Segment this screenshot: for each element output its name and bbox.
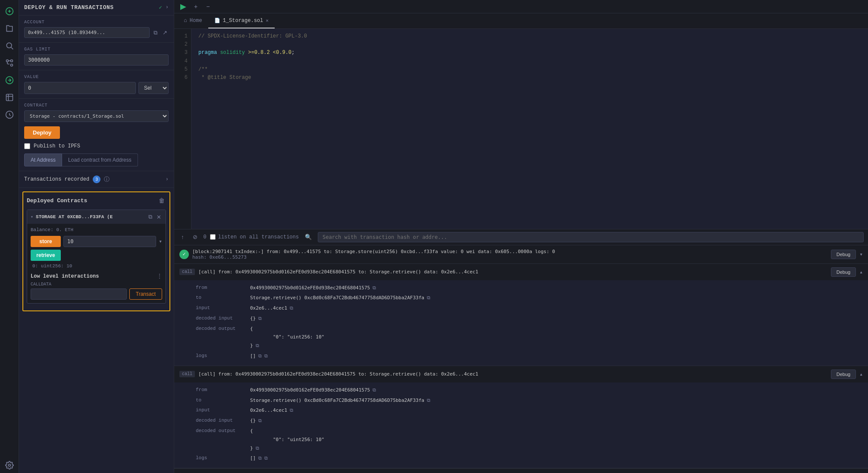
close-contract-button[interactable]: ✕ xyxy=(156,213,162,221)
at-address-button[interactable]: At Address xyxy=(24,153,62,166)
chevron-right-icon[interactable]: › xyxy=(166,4,169,11)
file-icon: 📄 xyxy=(214,18,220,23)
copy-contract-button[interactable]: ⧉ xyxy=(147,213,153,221)
instance-chevron-icon[interactable]: ▾ xyxy=(31,214,33,219)
decoded-output-key: decoded output xyxy=(196,325,243,350)
transactions-count-badge: 3 xyxy=(93,175,100,183)
copy-logs4-icon[interactable]: ⧉ xyxy=(264,455,268,461)
sidebar-header: DEPLOY & RUN TRANSACTIONS ✓ › xyxy=(19,0,174,16)
to-val-2: Storage.retrieve() 0xcBd0c68Fa7C2Bdb4674… xyxy=(250,396,430,405)
deploy-button[interactable]: Deploy xyxy=(24,126,60,139)
scroll-up-button[interactable]: ↑ xyxy=(179,233,187,241)
tx-retrieve1-expand-icon[interactable]: ▴ xyxy=(859,269,863,276)
console-search-input[interactable] xyxy=(318,232,864,242)
sidebar-panel: DEPLOY & RUN TRANSACTIONS ✓ › ACCOUNT ⧉ … xyxy=(19,0,174,473)
tx-store-main: [block:2907141 txIndex:-] from: 0x499...… xyxy=(192,249,827,254)
value-unit-select[interactable]: Sel Wei Gwei Ether xyxy=(138,82,169,94)
retrieve-function-button[interactable]: retrieve xyxy=(31,250,61,261)
low-level-interactions: Low level interactions ⋮ CALLDATA Transa… xyxy=(31,273,162,300)
tx-entry-retrieve1: call [call] from: 0x49930002975b0d0162eF… xyxy=(174,264,868,366)
decoded-input-val-2: {}⧉ xyxy=(250,417,262,425)
delete-deployed-button[interactable]: 🗑 xyxy=(157,196,166,205)
sidebar-title: DEPLOY & RUN TRANSACTIONS xyxy=(24,4,114,11)
copy-decoded-input-icon[interactable]: ⧉ xyxy=(258,316,262,321)
publish-ipfs-checkbox[interactable] xyxy=(24,143,30,149)
input-row-2: input 0x2e6...4cec1⧉ xyxy=(196,406,861,415)
debug-retrieve2-button[interactable]: Debug xyxy=(831,370,856,379)
store-function-button[interactable]: store xyxy=(31,236,61,247)
tx-success-icon: ✓ xyxy=(179,250,189,259)
tx-retrieve2-text: [call] from: 0x49930002975b0d0162eFE0d93… xyxy=(198,371,827,377)
copy-input2-icon[interactable]: ⧉ xyxy=(290,407,293,413)
external-link-button[interactable]: ↗ xyxy=(161,28,169,37)
tx-retrieve1-details: from 0x49930002975b0d0162eFE0d938ec204E6… xyxy=(174,280,868,366)
low-level-header: Low level interactions ⋮ xyxy=(31,273,162,279)
transactions-recorded-label: Transactions recorded xyxy=(24,176,89,182)
copy-logs2-icon[interactable]: ⧉ xyxy=(264,353,268,359)
zoom-out-button[interactable]: − xyxy=(204,2,212,11)
account-label: ACCOUNT xyxy=(24,20,169,25)
account-row: ⧉ ↗ xyxy=(24,27,169,38)
clear-console-button[interactable]: ⊘ xyxy=(190,233,200,241)
svg-point-3 xyxy=(10,64,13,66)
copy-to-icon[interactable]: ⧉ xyxy=(427,295,430,301)
from-val-2: 0x49930002975b0d0162eFE0d938ec204E680415… xyxy=(250,386,376,395)
copy-input-icon[interactable]: ⧉ xyxy=(290,305,293,311)
search-icon[interactable] xyxy=(2,38,17,53)
gas-input[interactable] xyxy=(24,54,169,66)
tx-store-expand-icon[interactable]: ▾ xyxy=(859,251,863,258)
copy-from-icon[interactable]: ⧉ xyxy=(373,285,376,291)
copy-decoded-output-icon[interactable]: ⧉ xyxy=(256,343,259,348)
debug-retrieve1-button[interactable]: Debug xyxy=(831,267,856,277)
copy-decoded-input2-icon[interactable]: ⧉ xyxy=(258,418,262,423)
file-explorer-icon[interactable] xyxy=(2,21,17,36)
run-button[interactable]: ▶ xyxy=(179,2,188,11)
copy-to2-icon[interactable]: ⧉ xyxy=(427,398,430,403)
contract-label: CONTRACT xyxy=(24,103,169,108)
copy-from2-icon[interactable]: ⧉ xyxy=(373,387,376,393)
input-row: input 0x2e6...4cec1⧉ xyxy=(196,304,861,313)
contract-select[interactable]: Storage - contracts/1_Storage.sol xyxy=(24,110,169,122)
code-content[interactable]: // SPDX-License-Identifier: GPL-3.0 prag… xyxy=(191,29,868,229)
tx-entry-store-header[interactable]: ✓ [block:2907141 txIndex:-] from: 0x499.… xyxy=(174,245,868,263)
decoded-input-row-2: decoded input {}⧉ xyxy=(196,417,861,425)
copy-decoded-output2-icon[interactable]: ⧉ xyxy=(256,445,259,451)
tx-entry-retrieve1-header[interactable]: call [call] from: 0x49930002975b0d0162eF… xyxy=(174,264,868,280)
value-section: VALUE Sel Wei Gwei Ether xyxy=(19,70,174,99)
calldata-input[interactable] xyxy=(31,288,127,300)
remix-logo[interactable] xyxy=(2,3,17,19)
tx-retrieve2-details: from 0x49930002975b0d0162eFE0d938ec204E6… xyxy=(174,382,868,468)
search-console-icon[interactable]: 🔍 xyxy=(302,233,314,241)
deploy-icon[interactable] xyxy=(2,72,17,88)
git-icon[interactable] xyxy=(2,55,17,71)
tab-storage-sol[interactable]: 📄 1_Storage.sol ✕ xyxy=(208,13,275,28)
calldata-label: CALLDATA xyxy=(31,282,162,287)
transact-button[interactable]: Transact xyxy=(129,288,162,300)
tab-home[interactable]: ⌂ Home xyxy=(178,13,208,28)
copy-logs3-icon[interactable]: ⧉ xyxy=(258,455,262,461)
listen-checkbox[interactable] xyxy=(210,234,216,240)
transactions-recorded-row[interactable]: Transactions recorded 3 ⓘ › xyxy=(19,171,174,188)
debug-icon[interactable] xyxy=(2,107,17,122)
tab-close-button[interactable]: ✕ xyxy=(266,18,269,23)
decoded-output-key-2: decoded output xyxy=(196,427,243,452)
console-prompt: › xyxy=(174,468,868,473)
store-chevron-icon[interactable]: ▾ xyxy=(159,238,162,245)
copy-account-button[interactable]: ⧉ xyxy=(152,28,159,38)
to-key: to xyxy=(196,294,243,302)
tab-home-label: Home xyxy=(190,18,202,24)
tx-retrieve2-expand-icon[interactable]: ▴ xyxy=(859,371,863,378)
settings-icon[interactable] xyxy=(2,457,17,473)
plugin-icon[interactable] xyxy=(2,90,17,105)
debug-store-button[interactable]: Debug xyxy=(831,250,856,259)
load-contract-button[interactable]: Load contract from Address xyxy=(62,153,138,166)
account-input[interactable] xyxy=(24,27,150,38)
copy-logs1-icon[interactable]: ⧉ xyxy=(258,353,262,359)
info-icon: ⓘ xyxy=(104,175,110,183)
store-input[interactable] xyxy=(63,236,156,247)
from-key: from xyxy=(196,284,243,292)
zoom-in-button[interactable]: + xyxy=(191,2,200,11)
logs-key: logs xyxy=(196,352,243,360)
tx-entry-retrieve2-header[interactable]: call [call] from: 0x49930002975b0d0162eF… xyxy=(174,366,868,382)
value-amount-input[interactable] xyxy=(24,82,136,94)
